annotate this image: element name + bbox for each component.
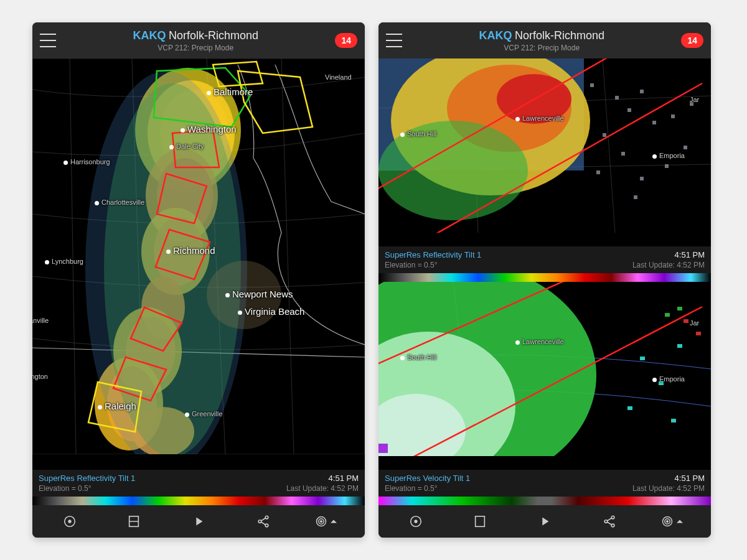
svg-rect-46 <box>652 121 656 124</box>
svg-rect-43 <box>615 96 619 100</box>
svg-rect-52 <box>640 177 644 180</box>
toolbar <box>378 505 711 538</box>
svg-marker-17 <box>238 71 312 133</box>
station-name: Norfolk-Richmond <box>515 29 604 42</box>
station-id: KAKQ <box>479 29 512 42</box>
play-button[interactable] <box>186 509 211 534</box>
play-button[interactable] <box>532 509 557 534</box>
radar-map-top[interactable]: LawrencevilleSouth HillEmporiaJar <box>378 58 711 246</box>
radar-select-button[interactable] <box>661 509 686 534</box>
share-button[interactable] <box>251 509 276 534</box>
svg-rect-49 <box>671 114 675 118</box>
svg-point-14 <box>85 71 247 454</box>
header: KAKQ Norfolk-Richmond VCP 212: Precip Mo… <box>32 22 365 58</box>
svg-rect-66 <box>627 406 632 410</box>
svg-rect-63 <box>640 357 645 360</box>
layout-button[interactable] <box>467 509 492 534</box>
layout-button[interactable] <box>121 509 146 534</box>
svg-rect-51 <box>596 170 600 174</box>
svg-point-27 <box>68 520 71 523</box>
header-title: KAKQ Norfolk-Richmond VCP 212: Precip Mo… <box>408 29 675 52</box>
product-name: SuperRes Reflectivity Tilt 1 <box>385 250 481 259</box>
alert-badge[interactable]: 14 <box>335 33 357 48</box>
bottom-panel: LawrencevilleSouth HillEmporiaJar SuperR… <box>378 282 711 505</box>
svg-rect-67 <box>671 419 676 422</box>
svg-rect-69 <box>696 332 701 335</box>
svg-point-86 <box>667 521 669 523</box>
map-canvas <box>378 58 711 233</box>
product-elevation: Elevation = 0.5° <box>385 261 438 269</box>
svg-rect-25 <box>32 497 365 505</box>
svg-rect-65 <box>677 344 682 348</box>
svg-line-83 <box>607 522 611 525</box>
product-info-bar: SuperRes Reflectivity Tilt 1 4:51 PM Ele… <box>378 246 711 273</box>
svg-rect-44 <box>627 108 631 112</box>
product-last-update: Last Update: 4:52 PM <box>632 261 705 269</box>
station-name: Norfolk-Richmond <box>169 29 258 42</box>
product-name: SuperRes Velocity Tilt 1 <box>385 474 470 483</box>
svg-point-37 <box>321 521 322 523</box>
svg-rect-78 <box>476 516 485 527</box>
svg-line-82 <box>607 518 611 521</box>
product-info-bar: SuperRes Reflectivity Tilt 1 4:51 PM Ele… <box>32 470 365 497</box>
hamburger-icon[interactable] <box>40 34 56 47</box>
product-time: 4:51 PM <box>675 250 705 259</box>
map-canvas <box>378 282 711 456</box>
svg-rect-54 <box>590 83 594 87</box>
svg-rect-75 <box>378 497 711 505</box>
radar-icon <box>661 515 674 528</box>
header-title: KAKQ Norfolk-Richmond VCP 212: Precip Mo… <box>62 29 329 52</box>
svg-rect-45 <box>640 90 644 93</box>
svg-rect-53 <box>665 164 669 168</box>
product-last-update: Last Update: 4:52 PM <box>632 484 705 493</box>
svg-rect-56 <box>634 195 637 199</box>
vcp-mode: VCP 212: Precip Mode <box>62 44 329 52</box>
product-info-bar: SuperRes Velocity Tilt 1 4:51 PM Elevati… <box>378 470 711 497</box>
svg-rect-55 <box>684 146 687 149</box>
chevron-up-icon <box>674 515 686 528</box>
radar-map[interactable]: VinelandBaltimoreWashingtonDale CityHarr… <box>32 58 365 470</box>
product-elevation: Elevation = 0.5° <box>39 484 92 493</box>
product-time: 4:51 PM <box>675 474 705 483</box>
hamburger-icon[interactable] <box>386 34 402 47</box>
locate-button[interactable] <box>403 509 428 534</box>
radar-select-button[interactable] <box>315 509 340 534</box>
share-button[interactable] <box>597 509 622 534</box>
svg-rect-70 <box>665 313 670 317</box>
svg-rect-48 <box>621 152 625 156</box>
svg-rect-71 <box>677 307 682 310</box>
product-last-update: Last Update: 4:52 PM <box>286 484 359 493</box>
vcp-mode: VCP 212: Precip Mode <box>408 44 675 52</box>
alert-badge[interactable]: 14 <box>681 33 703 48</box>
phone-split-view: KAKQ Norfolk-Richmond VCP 212: Precip Mo… <box>378 22 711 538</box>
svg-rect-50 <box>690 102 693 106</box>
radar-map-bottom[interactable]: LawrencevilleSouth HillEmporiaJar <box>378 282 711 470</box>
reflectivity-color-scale <box>378 273 711 282</box>
product-elevation: Elevation = 0.5° <box>385 484 438 493</box>
reflectivity-color-scale <box>32 497 365 505</box>
svg-point-15 <box>207 261 281 329</box>
svg-line-33 <box>261 518 265 521</box>
station-id: KAKQ <box>133 29 166 42</box>
svg-line-34 <box>261 522 265 525</box>
svg-rect-59 <box>378 273 711 282</box>
header: KAKQ Norfolk-Richmond VCP 212: Precip Mo… <box>378 22 711 58</box>
chevron-up-icon <box>327 515 340 528</box>
svg-point-77 <box>415 520 417 523</box>
svg-rect-68 <box>684 319 688 323</box>
product-name: SuperRes Reflectivity Tilt 1 <box>39 474 135 483</box>
map-canvas <box>32 58 365 454</box>
svg-point-42 <box>378 121 528 220</box>
locate-button[interactable] <box>57 509 82 534</box>
svg-rect-47 <box>603 133 606 137</box>
phone-single-view: KAKQ Norfolk-Richmond VCP 212: Precip Mo… <box>32 22 365 538</box>
radar-icon <box>315 515 327 528</box>
toolbar <box>32 505 365 538</box>
top-panel: LawrencevilleSouth HillEmporiaJar SuperR… <box>378 58 711 282</box>
svg-rect-64 <box>659 381 664 385</box>
velocity-color-scale <box>378 497 711 505</box>
svg-rect-74 <box>378 444 388 453</box>
product-time: 4:51 PM <box>329 474 359 483</box>
